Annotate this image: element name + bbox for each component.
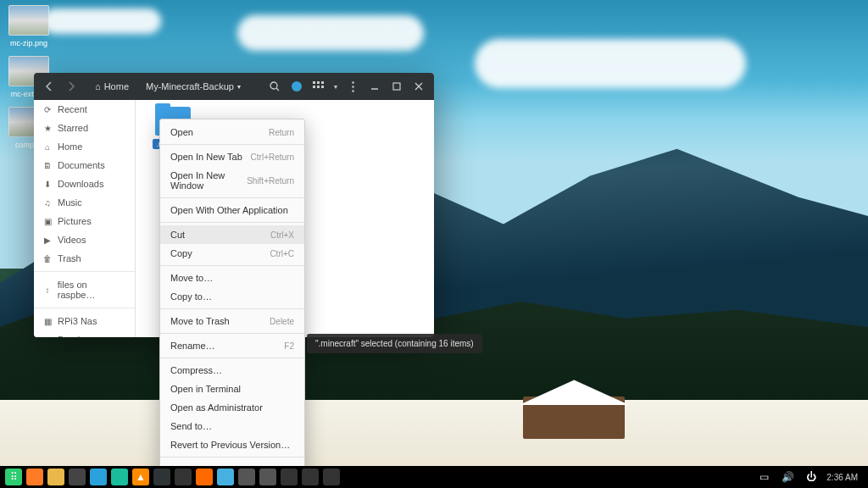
sidebar-item-pictures[interactable]: ▣Pictures [34,212,135,230]
menu-item-label: Open In New Window [170,170,247,191]
svg-point-7 [352,81,353,83]
taskbar-app-c[interactable] [238,469,255,485]
menu-separator [160,144,304,145]
menu-separator [160,358,304,358]
breadcrumb-folder[interactable]: My-Minecraft-Backup ▾ [139,79,248,94]
svg-rect-2 [317,81,320,84]
sidebar-item-starred[interactable]: ★Starred [34,119,135,137]
file-manager-header: ⌂ Home My-Minecraft-Backup ▾ ▾ [34,73,434,100]
sidebar-item-icon: ↕ [42,286,53,295]
menu-item-label: Move to… [170,273,213,283]
file-manager-sidebar: ⟳Recent★Starred⌂Home🗎Documents⬇Downloads… [34,100,136,337]
taskbar-app-f[interactable] [302,469,319,485]
menu-item-open-in-new-tab[interactable]: Open In New TabCtrl+Return [160,147,304,166]
menu-item-label: Open in Terminal [170,384,241,394]
menu-separator [160,222,304,223]
sidebar-item-trash[interactable]: 🗑Trash [34,249,135,268]
sidebar-item-videos[interactable]: ▶Videos [34,230,135,249]
minimize-button[interactable] [364,76,385,97]
view-toggle-button[interactable] [309,76,329,97]
breadcrumb-home[interactable]: ⌂ Home [88,79,136,94]
menu-item-open[interactable]: OpenReturn [160,123,304,141]
back-button[interactable] [39,76,59,97]
menu-item-label: Copy [170,248,192,258]
power-icon[interactable]: ⏻ [803,469,820,485]
taskbar-terminal[interactable] [69,469,86,485]
taskbar-start-menu[interactable]: ⠿ [5,469,22,485]
taskbar-files-app[interactable] [153,469,170,485]
account-indicator[interactable] [287,76,307,97]
sidebar-item-recent[interactable]: ⟳Recent [34,100,135,119]
menu-item-accelerator: Ctrl+C [270,249,294,258]
taskbar-app-g[interactable] [323,469,340,485]
sidebar-item-icon: ★ [42,124,53,133]
menu-item-label: Compress… [170,365,222,375]
sidebar-item-icon: ▣ [42,336,53,338]
menu-item-compress[interactable]: Compress… [160,361,304,380]
menu-item-label: Open With Other Application [170,205,288,215]
taskbar-chat[interactable] [111,469,128,485]
sidebar-item-rpi3-nas[interactable]: ▦RPi3 Nas [34,312,135,330]
menu-item-send-to[interactable]: Send to… [160,417,304,435]
menu-item-open-as-administrator[interactable]: Open as Administrator [160,398,304,417]
chevron-down-icon: ▾ [237,83,241,91]
menu-item-cut[interactable]: CutCtrl+X [160,225,304,244]
taskbar-steam[interactable] [175,469,192,485]
menu-item-accelerator: Ctrl+Return [251,152,294,162]
menu-item-open-in-terminal[interactable]: Open in Terminal [160,380,304,398]
menu-item-label: Revert to Previous Version… [170,440,290,450]
forward-button[interactable] [61,76,81,97]
taskbar: ⠿▲ ▭ 🔊 ⏻ 2:36 AM [0,466,868,488]
menu-item-accelerator: Ctrl+X [270,230,294,240]
image-thumbnail-icon [8,5,49,36]
sidebar-item-icon: ⟳ [42,105,53,114]
taskbar-app-e[interactable] [281,469,298,485]
sidebar-item-documents[interactable]: 🗎Documents [34,156,135,175]
sidebar-item-files-on-raspbe-[interactable]: ↕files on raspbe… [34,275,135,304]
system-tray: ▭ 🔊 ⏻ 2:36 AM [755,469,858,485]
taskbar-file-manager[interactable] [47,469,64,485]
breadcrumb-home-label: Home [104,81,129,92]
context-menu: OpenReturnOpen In New TabCtrl+ReturnOpen… [159,119,305,483]
taskbar-telegram[interactable] [90,469,107,485]
sidebar-item-downloads[interactable]: ⬇Downloads [34,175,135,193]
taskbar-app-d[interactable] [259,469,276,485]
svg-rect-6 [321,86,324,88]
hamburger-menu-button[interactable] [342,76,363,97]
menu-item-open-with-other-application[interactable]: Open With Other Application [160,201,304,219]
taskbar-firefox[interactable] [26,469,43,485]
sidebar-item-home[interactable]: ⌂Home [34,137,135,156]
desktop-icon-mc-zip[interactable]: mc-zip.png [5,5,53,47]
menu-item-move-to[interactable]: Move to… [160,269,304,287]
menu-item-copy[interactable]: CopyCtrl+C [160,244,304,263]
svg-point-9 [352,90,353,92]
sidebar-item-label: files on raspbe… [58,280,126,300]
show-desktop-icon[interactable]: ▭ [755,469,772,485]
volume-icon[interactable]: 🔊 [779,469,796,485]
sidebar-item-label: Home [58,141,82,152]
svg-rect-1 [313,81,315,84]
search-button[interactable] [264,76,285,97]
menu-separator [160,457,304,458]
sidebar-item-label: Recent [58,104,87,114]
menu-item-revert-to-previous-version[interactable]: Revert to Previous Version… [160,435,304,454]
clock[interactable]: 2:36 AM [826,473,858,482]
close-button[interactable] [409,76,429,97]
menu-item-copy-to[interactable]: Copy to… [160,287,304,306]
taskbar-app-b[interactable] [217,469,234,485]
menu-item-label: Rename… [170,341,215,351]
taskbar-vlc[interactable]: ▲ [132,469,149,485]
menu-item-rename[interactable]: Rename…F2 [160,336,304,355]
sidebar-item-icon: ▣ [42,217,53,226]
sidebar-item-icon: 🗎 [42,161,53,170]
taskbar-app-a[interactable] [196,469,213,485]
menu-separator [160,197,304,198]
menu-item-open-in-new-window[interactable]: Open In New WindowShift+Return [160,166,304,195]
menu-item-label: Open [170,127,193,137]
menu-item-move-to-trash[interactable]: Move to TrashDelete [160,312,304,330]
maximize-button[interactable] [387,76,407,97]
sidebar-item-music[interactable]: ♫Music [34,193,135,212]
view-dropdown-button[interactable]: ▾ [331,76,341,97]
sidebar-item-dropbox[interactable]: ▣Dropbox [34,330,135,337]
breadcrumb-folder-label: My-Minecraft-Backup [146,81,234,92]
